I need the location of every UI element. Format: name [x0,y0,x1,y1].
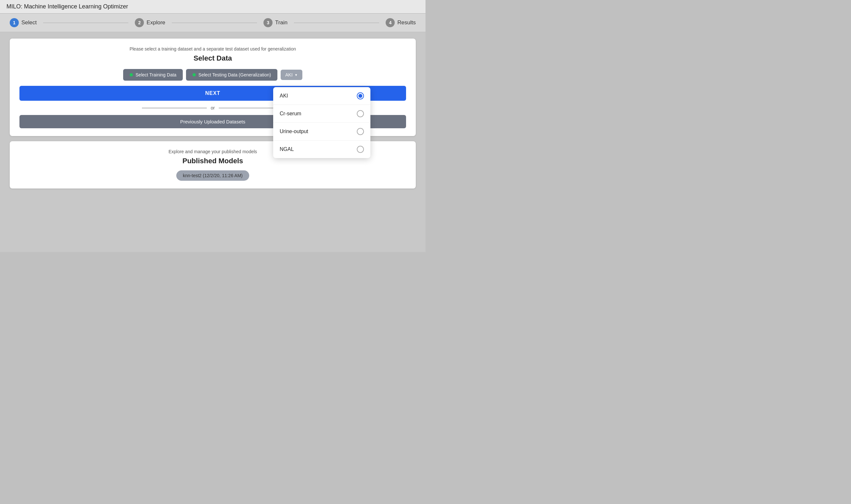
radio-urine-output[interactable] [357,128,364,135]
title-bar: MILO: Machine Intelligence Learning Opti… [0,0,425,14]
training-dot-icon [130,73,133,76]
radio-aki[interactable] [357,92,364,100]
radio-inner-aki [358,94,362,98]
step-connector-2 [172,23,257,23]
or-text: or [211,105,214,110]
step-label-1: Select [21,19,37,26]
step-circle-4: 4 [386,18,395,27]
aki-dropdown-button[interactable]: AKI ▼ [281,70,302,80]
select-data-subtitle: Please select a training dataset and a s… [19,46,406,52]
step-connector-1 [43,23,128,23]
model-badge[interactable]: knn-test2 (12/2/20, 11:26 AM) [176,170,249,181]
step-circle-3: 3 [264,18,272,27]
app-container: MILO: Machine Intelligence Learning Opti… [0,0,425,252]
dropdown-urine-output-label: Urine-output [280,129,308,134]
stepper-bar: 1 Select 2 Explore 3 Train 4 Results [0,14,425,32]
select-training-data-button[interactable]: Select Training Data [123,69,183,80]
step-train[interactable]: 3 Train [264,18,287,27]
aki-dropdown-overlay: AKI Cr-serum Urine-output NGAL [273,87,370,158]
step-label-4: Results [397,19,416,26]
step-label-2: Explore [146,19,165,26]
step-select[interactable]: 1 Select [10,18,37,27]
data-buttons-row: Select Training Data Select Testing Data… [19,69,406,80]
dropdown-item-cr-serum[interactable]: Cr-serum [273,105,370,123]
step-explore[interactable]: 2 Explore [135,18,165,27]
chevron-down-icon: ▼ [295,73,298,77]
testing-btn-label: Select Testing Data (Generalization) [198,72,271,77]
dropdown-ngal-label: NGAL [280,146,294,152]
select-testing-data-button[interactable]: Select Testing Data (Generalization) [186,69,278,80]
testing-dot-icon [193,73,196,76]
or-line-left [142,108,207,108]
app-title: MILO: Machine Intelligence Learning Opti… [6,3,128,10]
dropdown-item-urine-output[interactable]: Urine-output [273,123,370,141]
training-btn-label: Select Training Data [136,72,176,77]
aki-btn-label: AKI [285,72,292,77]
select-data-title: Select Data [19,54,406,62]
dropdown-cr-serum-label: Cr-serum [280,111,301,116]
radio-cr-serum[interactable] [357,110,364,117]
dropdown-item-aki[interactable]: AKI [273,87,370,105]
step-results[interactable]: 4 Results [386,18,416,27]
step-circle-2: 2 [135,18,144,27]
dropdown-item-ngal[interactable]: NGAL [273,141,370,158]
step-label-3: Train [275,19,287,26]
dropdown-aki-label: AKI [280,93,288,99]
step-circle-1: 1 [10,18,19,27]
main-content: Please select a training dataset and a s… [0,32,425,252]
radio-ngal[interactable] [357,146,364,153]
step-connector-3 [294,23,379,23]
